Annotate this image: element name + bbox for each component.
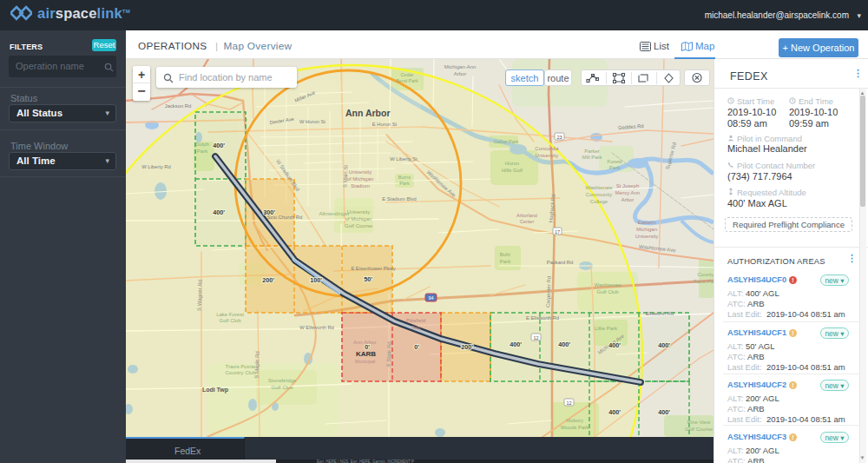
svg-text:12: 12 bbox=[533, 335, 538, 341]
svg-text:KARB: KARB bbox=[356, 350, 376, 358]
svg-text:Huron: Huron bbox=[505, 161, 519, 166]
svg-text:Parker: Parker bbox=[584, 149, 600, 154]
svg-text:Twp: Twp bbox=[411, 325, 421, 330]
svg-text:Ellsworth Rd: Ellsworth Rd bbox=[646, 311, 674, 316]
svg-text:Arbor: Arbor bbox=[454, 71, 467, 76]
svg-text:Mercy Ann: Mercy Ann bbox=[615, 190, 640, 195]
svg-text:Stadium: Stadium bbox=[351, 183, 370, 189]
svg-text:Municipal: Municipal bbox=[355, 359, 375, 364]
svg-text:Park: Park bbox=[609, 165, 621, 170]
svg-text:12: 12 bbox=[566, 400, 571, 406]
svg-text:County: County bbox=[697, 272, 713, 277]
svg-text:Golf Club: Golf Club bbox=[271, 385, 293, 390]
svg-text:Arbor: Arbor bbox=[621, 197, 635, 202]
svg-text:Park: Park bbox=[500, 259, 511, 264]
svg-text:Gallup Park: Gallup Park bbox=[494, 139, 519, 144]
svg-text:Mill Park: Mill Park bbox=[582, 155, 602, 160]
svg-text:400': 400' bbox=[608, 341, 621, 349]
svg-text:E Stadium Blvd: E Stadium Blvd bbox=[382, 196, 417, 202]
svg-text:400': 400' bbox=[213, 208, 225, 216]
svg-text:94: 94 bbox=[428, 295, 433, 301]
svg-text:Woods Park: Woods Park bbox=[561, 425, 590, 430]
svg-text:Golf Club: Golf Club bbox=[596, 289, 619, 294]
svg-text:Lake Forest: Lake Forest bbox=[216, 312, 244, 317]
svg-text:Cedar: Cedar bbox=[401, 72, 414, 77]
svg-text:Washtenaw: Washtenaw bbox=[594, 282, 621, 288]
svg-text:200': 200' bbox=[262, 276, 274, 284]
svg-text:400': 400' bbox=[658, 341, 670, 349]
svg-text:Hills Golf: Hills Golf bbox=[502, 168, 523, 173]
svg-text:Golf Course: Golf Course bbox=[685, 427, 713, 432]
svg-text:Eastern: Eastern bbox=[638, 220, 656, 225]
svg-text:200': 200' bbox=[461, 343, 473, 351]
svg-text:300': 300' bbox=[263, 208, 275, 216]
svg-text:Ann Arbor: Ann Arbor bbox=[353, 340, 377, 345]
svg-text:Park: Park bbox=[197, 149, 208, 154]
svg-text:23: 23 bbox=[556, 135, 562, 140]
svg-text:Ann Arbor: Ann Arbor bbox=[345, 108, 391, 118]
svg-text:Travis Pointe: Travis Pointe bbox=[226, 364, 256, 369]
svg-text:St Joseph: St Joseph bbox=[616, 183, 640, 189]
svg-text:Jackson Rd: Jackson Rd bbox=[165, 103, 191, 109]
svg-text:Buhr: Buhr bbox=[500, 252, 511, 257]
svg-text:Pittsfield: Pittsfield bbox=[406, 318, 426, 323]
svg-text:Washtenaw: Washtenaw bbox=[585, 185, 613, 190]
svg-text:University: University bbox=[536, 153, 558, 158]
svg-text:Michigan-Ann: Michigan-Ann bbox=[444, 64, 477, 69]
svg-text:S State Rd: S State Rd bbox=[385, 341, 391, 367]
svg-text:Packard Rd: Packard Rd bbox=[547, 260, 573, 265]
svg-text:University: University bbox=[635, 234, 658, 239]
svg-text:Burns: Burns bbox=[398, 175, 411, 180]
svg-text:University: University bbox=[349, 169, 372, 175]
svg-text:Forest: Forest bbox=[607, 159, 621, 164]
svg-text:Michigan: Michigan bbox=[636, 227, 657, 232]
svg-text:Concordia: Concordia bbox=[535, 146, 559, 151]
svg-text:of Michigan: of Michigan bbox=[345, 216, 372, 222]
svg-text:Arborland: Arborland bbox=[516, 213, 537, 218]
svg-text:of Michigan: of Michigan bbox=[347, 176, 374, 182]
svg-text:Bend Park: Bend Park bbox=[396, 78, 418, 83]
svg-text:400': 400' bbox=[608, 408, 621, 416]
svg-text:50': 50' bbox=[364, 275, 372, 283]
svg-text:E Ellsworth Rd: E Ellsworth Rd bbox=[526, 315, 559, 321]
svg-text:Lodi Twp: Lodi Twp bbox=[202, 387, 228, 394]
svg-text:Stonebridge: Stonebridge bbox=[268, 378, 297, 383]
svg-text:400': 400' bbox=[658, 408, 670, 416]
svg-text:100': 100' bbox=[310, 276, 322, 284]
svg-text:400': 400' bbox=[510, 341, 522, 348]
svg-text:0': 0' bbox=[414, 343, 419, 351]
svg-text:E Eisenhower Pkwy: E Eisenhower Pkwy bbox=[351, 266, 395, 271]
svg-text:Pine View: Pine View bbox=[687, 420, 711, 425]
svg-text:Farm Park: Farm Park bbox=[694, 279, 713, 284]
svg-text:Hickory: Hickory bbox=[566, 418, 583, 423]
svg-text:W Ellsworth Rd: W Ellsworth Rd bbox=[299, 325, 334, 330]
svg-text:Dolph: Dolph bbox=[195, 142, 209, 147]
svg-text:Carpenter Rd: Carpenter Rd bbox=[545, 276, 551, 308]
svg-text:College: College bbox=[590, 199, 608, 204]
svg-text:Golf Club: Golf Club bbox=[219, 318, 241, 323]
svg-text:400': 400' bbox=[213, 142, 225, 149]
svg-text:Community: Community bbox=[586, 192, 612, 197]
svg-text:Center: Center bbox=[520, 219, 535, 224]
svg-text:Country Club: Country Club bbox=[225, 370, 256, 375]
svg-text:S Wagner Rd: S Wagner Rd bbox=[196, 280, 202, 311]
svg-text:17: 17 bbox=[555, 229, 560, 235]
svg-text:E Huron St: E Huron St bbox=[372, 122, 398, 127]
svg-text:400': 400' bbox=[558, 341, 570, 348]
svg-text:W Liberty St: W Liberty St bbox=[390, 156, 418, 162]
svg-text:W Huron St: W Huron St bbox=[299, 119, 326, 124]
svg-text:W Liberty Rd: W Liberty Rd bbox=[141, 164, 171, 169]
svg-text:Lillie Park: Lillie Park bbox=[595, 326, 618, 331]
svg-text:Park: Park bbox=[399, 181, 410, 186]
svg-text:Golf Course: Golf Course bbox=[345, 223, 373, 228]
svg-text:University: University bbox=[347, 209, 370, 215]
